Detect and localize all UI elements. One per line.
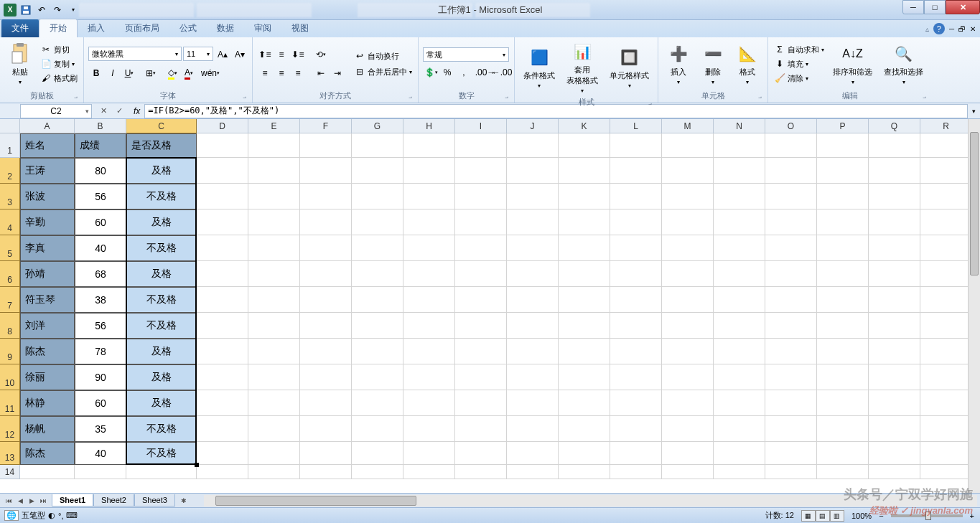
cell[interactable]: [248, 390, 300, 416]
cell[interactable]: 不及格: [126, 416, 197, 442]
align-bottom-icon[interactable]: ⬇≡: [290, 47, 306, 62]
cell[interactable]: [920, 133, 972, 158]
cell[interactable]: [507, 465, 559, 479]
cell[interactable]: [197, 287, 248, 313]
column-header[interactable]: F: [300, 119, 352, 133]
cell[interactable]: [662, 339, 714, 364]
cell[interactable]: [403, 442, 455, 465]
cell[interactable]: [920, 313, 972, 339]
cell[interactable]: [869, 287, 920, 313]
cell[interactable]: [300, 364, 352, 390]
cell[interactable]: [920, 235, 972, 261]
cell[interactable]: [507, 416, 559, 442]
cell[interactable]: [559, 287, 610, 313]
cell[interactable]: [662, 287, 714, 313]
ime-punct-icon[interactable]: °,: [58, 512, 63, 520]
cell[interactable]: 不及格: [126, 313, 197, 339]
cell[interactable]: [559, 465, 610, 479]
sheet-tab[interactable]: Sheet3: [134, 494, 175, 506]
cell[interactable]: [610, 390, 662, 416]
cell[interactable]: [507, 209, 559, 235]
cell[interactable]: 成绩: [75, 133, 126, 158]
bold-button[interactable]: B: [88, 65, 104, 81]
align-right-icon[interactable]: ≡: [290, 65, 306, 81]
column-header[interactable]: D: [197, 119, 248, 133]
cell[interactable]: [765, 442, 817, 465]
phonetic-button[interactable]: wén▾: [202, 65, 218, 81]
cell[interactable]: [352, 133, 403, 158]
cell[interactable]: [403, 313, 455, 339]
cell[interactable]: [248, 339, 300, 364]
cell[interactable]: [197, 158, 248, 184]
row-header[interactable]: 4: [0, 209, 20, 235]
cell[interactable]: [300, 158, 352, 184]
cell[interactable]: [817, 184, 869, 209]
cell[interactable]: [455, 184, 507, 209]
currency-icon[interactable]: 💲▾: [423, 65, 439, 80]
cell[interactable]: [869, 442, 920, 465]
underline-button[interactable]: U▾: [121, 65, 137, 81]
cell[interactable]: [352, 416, 403, 442]
cell[interactable]: [920, 390, 972, 416]
cell[interactable]: [920, 158, 972, 184]
column-header[interactable]: J: [507, 119, 559, 133]
cell[interactable]: [714, 235, 765, 261]
cell[interactable]: [610, 184, 662, 209]
cell[interactable]: 张波: [20, 184, 75, 209]
column-header[interactable]: E: [248, 119, 300, 133]
cell[interactable]: [197, 184, 248, 209]
save-icon[interactable]: [19, 3, 33, 17]
cell[interactable]: [869, 158, 920, 184]
cell[interactable]: [869, 235, 920, 261]
cell[interactable]: [455, 465, 507, 479]
cell[interactable]: 辛勤: [20, 209, 75, 235]
cell[interactable]: [248, 209, 300, 235]
minimize-button[interactable]: ─: [902, 0, 924, 14]
enter-formula-icon[interactable]: ✓: [112, 105, 126, 118]
cell[interactable]: [300, 313, 352, 339]
cell[interactable]: [714, 465, 765, 479]
cell[interactable]: 陈杰: [20, 442, 75, 465]
cell[interactable]: [817, 158, 869, 184]
cell[interactable]: 刘洋: [20, 313, 75, 339]
cell[interactable]: [455, 416, 507, 442]
cell[interactable]: [403, 184, 455, 209]
cell[interactable]: 不及格: [126, 184, 197, 209]
cell[interactable]: [559, 261, 610, 287]
cell[interactable]: [248, 184, 300, 209]
column-header[interactable]: R: [920, 119, 972, 133]
cell[interactable]: [610, 209, 662, 235]
cell[interactable]: [507, 390, 559, 416]
delete-cells-button[interactable]: ➖删除▾: [697, 41, 729, 87]
cell[interactable]: [817, 465, 869, 479]
cell[interactable]: [197, 364, 248, 390]
cell[interactable]: [300, 390, 352, 416]
column-header[interactable]: H: [403, 119, 455, 133]
sheet-prev-icon[interactable]: ◀: [14, 495, 26, 506]
column-header[interactable]: C: [126, 119, 197, 133]
zoom-value[interactable]: 100%: [851, 512, 872, 520]
spreadsheet-grid[interactable]: ABCDEFGHIJKLMNOPQR 1234567891011121314 姓…: [0, 119, 980, 493]
cell[interactable]: [817, 287, 869, 313]
mdi-close-icon[interactable]: ✕: [970, 25, 976, 33]
mdi-minimize-icon[interactable]: ─: [949, 25, 954, 33]
cell[interactable]: [817, 364, 869, 390]
cancel-formula-icon[interactable]: ✕: [96, 105, 111, 118]
cell[interactable]: [662, 184, 714, 209]
cell[interactable]: [817, 442, 869, 465]
cell[interactable]: [507, 235, 559, 261]
column-header[interactable]: L: [610, 119, 662, 133]
increase-indent-icon[interactable]: ⇥: [330, 65, 345, 81]
cell[interactable]: 78: [75, 339, 126, 364]
cell[interactable]: [714, 390, 765, 416]
cell[interactable]: [75, 465, 126, 479]
cell[interactable]: [714, 442, 765, 465]
sort-filter-button[interactable]: A↓Z排序和筛选▾: [829, 41, 877, 87]
cell[interactable]: [610, 465, 662, 479]
tab-home[interactable]: 开始: [39, 19, 78, 37]
cell[interactable]: 及格: [126, 364, 197, 390]
cell[interactable]: 及格: [126, 261, 197, 287]
row-header[interactable]: 9: [0, 339, 20, 364]
cell[interactable]: [352, 158, 403, 184]
column-header[interactable]: P: [817, 119, 869, 133]
